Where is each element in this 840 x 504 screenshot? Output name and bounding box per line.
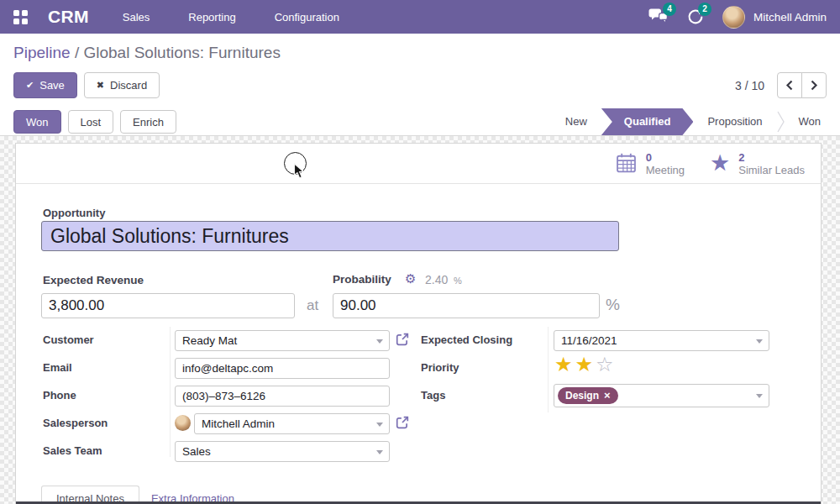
chevron-down-icon	[376, 339, 383, 344]
customer-external-link-icon[interactable]	[396, 333, 409, 349]
pager-prev-button[interactable]	[777, 72, 802, 98]
opportunity-title-input[interactable]	[41, 221, 619, 251]
meeting-label: Meeting	[646, 164, 685, 176]
similar-leads-stat-button[interactable]: ★ 2 Similar Leads	[697, 144, 817, 183]
won-button[interactable]: Won	[13, 110, 61, 134]
nav-item-reporting[interactable]: Reporting	[188, 11, 235, 24]
expected-closing-value: 11/16/2021	[561, 334, 617, 347]
check-icon: ✔	[26, 80, 34, 91]
customer-select[interactable]: Ready Mat	[175, 330, 390, 351]
form-sheet: 0 Meeting ★ 2 Similar Leads Opportunity …	[15, 143, 822, 504]
tag-remove-icon[interactable]: ×	[604, 391, 611, 400]
tags-select[interactable]: Design ×	[554, 384, 769, 407]
expected-closing-label: Expected Closing	[421, 333, 512, 346]
chevron-down-icon	[756, 339, 763, 344]
button-box: 0 Meeting ★ 2 Similar Leads	[16, 144, 821, 184]
meeting-stat-button[interactable]: 0 Meeting	[602, 144, 697, 183]
top-navbar: CRM Sales Reporting Configuration 4	[0, 0, 840, 34]
probability-auto-value: 2.40	[425, 273, 448, 286]
messages-badge: 4	[663, 3, 676, 16]
user-menu[interactable]: Mitchell Admin	[722, 6, 827, 29]
chevron-right-icon	[810, 80, 818, 91]
salesperson-select[interactable]: Mitchell Admin	[194, 413, 390, 434]
lost-button[interactable]: Lost	[68, 110, 114, 134]
save-label: Save	[39, 79, 65, 92]
priority-label: Priority	[421, 361, 459, 374]
discard-button[interactable]: ✖ Discard	[84, 72, 160, 98]
messages-menu[interactable]: 4	[648, 8, 669, 25]
email-label: Email	[43, 361, 72, 374]
meeting-stat-text: 0 Meeting	[646, 151, 685, 176]
meeting-count: 0	[646, 151, 685, 164]
mouse-cursor-icon	[293, 163, 306, 183]
chevron-down-icon	[756, 394, 763, 398]
breadcrumb: Pipeline / Global Solutions: Furnitures	[13, 44, 281, 62]
tag-pill: Design ×	[558, 387, 618, 404]
tags-label: Tags	[421, 389, 445, 402]
salesperson-avatar	[175, 415, 191, 431]
app-window: CRM Sales Reporting Configuration 4	[0, 0, 840, 504]
breadcrumb-pipeline-link[interactable]: Pipeline	[13, 44, 71, 61]
status-buttons: Won Lost Enrich	[13, 110, 176, 134]
form-actions: ✔ Save ✖ Discard	[13, 72, 160, 98]
status-bar: Won Lost Enrich New Qualified Propositio…	[0, 108, 840, 135]
apps-square	[13, 10, 19, 16]
apps-square	[22, 18, 28, 24]
group-separator	[170, 327, 171, 457]
star-icon: ★	[710, 152, 730, 175]
activities-menu[interactable]: 2	[687, 8, 704, 25]
activities-badge: 2	[698, 3, 711, 16]
probability-input[interactable]	[333, 293, 600, 318]
priority-star[interactable]: ☆	[596, 354, 614, 375]
phone-input[interactable]	[175, 386, 390, 407]
sales-team-select[interactable]: Sales	[175, 441, 390, 462]
nav-right: 4 2 Mitchell Admin	[648, 6, 827, 29]
chevron-down-icon	[376, 450, 383, 454]
save-button[interactable]: ✔ Save	[13, 72, 77, 98]
expected-revenue-input[interactable]	[41, 293, 295, 318]
sales-team-value: Sales	[182, 445, 211, 458]
stage-item-won[interactable]: Won	[785, 108, 836, 135]
salesperson-external-link-icon[interactable]	[396, 416, 409, 433]
similar-leads-label: Similar Leads	[738, 164, 805, 176]
opportunity-label: Opportunity	[43, 207, 105, 219]
chevron-down-icon	[376, 423, 383, 427]
priority-star[interactable]: ★	[575, 354, 594, 375]
priority-star[interactable]: ★	[554, 354, 573, 375]
stage-separator-icon	[777, 110, 785, 134]
priority-stars: ★ ★ ☆	[554, 354, 614, 375]
group-separator	[548, 327, 549, 412]
stage-item-proposition[interactable]: Proposition	[693, 108, 776, 135]
nav-item-configuration[interactable]: Configuration	[275, 11, 339, 24]
salesperson-label: Salesperson	[43, 417, 108, 429]
app-brand[interactable]: CRM	[48, 7, 89, 27]
stage-item-qualified[interactable]: Qualified	[601, 108, 694, 135]
user-avatar	[722, 6, 745, 29]
control-panel: Pipeline / Global Solutions: Furnitures …	[0, 34, 840, 136]
breadcrumb-current: Global Solutions: Furnitures	[83, 44, 280, 61]
apps-menu-icon[interactable]	[13, 10, 28, 24]
pager-next-button[interactable]	[801, 72, 827, 98]
apps-square	[13, 18, 19, 24]
customer-label: Customer	[43, 333, 94, 346]
close-icon: ✖	[97, 80, 104, 91]
discard-label: Discard	[110, 79, 147, 92]
calendar-icon	[615, 152, 638, 175]
sales-team-label: Sales Team	[43, 444, 102, 457]
phone-label: Phone	[43, 389, 76, 402]
probability-label: Probability	[333, 273, 391, 286]
pager-count: 3 / 10	[735, 79, 764, 92]
expected-revenue-label: Expected Revenue	[43, 274, 144, 286]
stat-buttons: 0 Meeting ★ 2 Similar Leads	[602, 144, 817, 183]
customer-value: Ready Mat	[182, 334, 237, 347]
expected-closing-select[interactable]: 11/16/2021	[554, 330, 769, 351]
nav-item-sales[interactable]: Sales	[123, 11, 150, 24]
gear-icon[interactable]: ⚙	[405, 271, 416, 286]
email-input[interactable]	[175, 358, 390, 379]
salesperson-value: Mitchell Admin	[202, 417, 275, 430]
breadcrumb-separator: /	[71, 44, 84, 61]
tag-label: Design	[565, 390, 599, 402]
stage-item-new[interactable]: New	[551, 108, 601, 135]
probability-auto-unit: %	[454, 276, 462, 286]
enrich-button[interactable]: Enrich	[120, 110, 176, 134]
